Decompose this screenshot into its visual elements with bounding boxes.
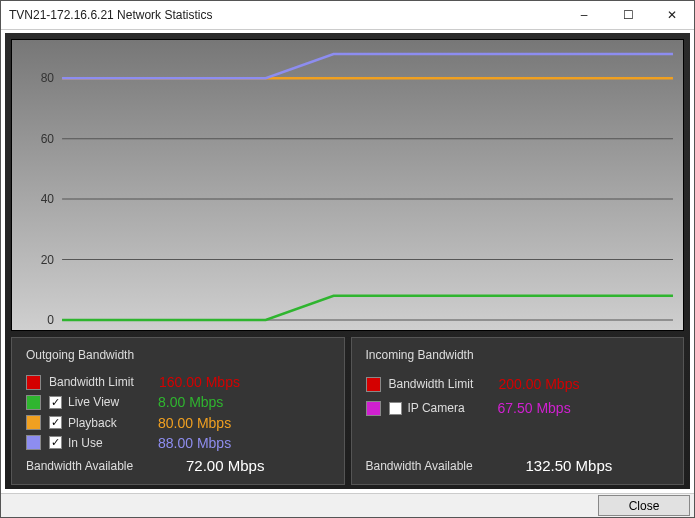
incoming-limit-value: 200.00 Mbps bbox=[499, 376, 580, 392]
incoming-limit-swatch bbox=[366, 377, 381, 392]
playback-swatch bbox=[26, 415, 41, 430]
incoming-ipcam-row: IP Camera 67.50 Mbps bbox=[366, 396, 670, 420]
outgoing-avail-label: Bandwidth Available bbox=[26, 459, 186, 473]
outgoing-limit-label: Bandwidth Limit bbox=[49, 375, 159, 389]
svg-text:40: 40 bbox=[41, 192, 55, 206]
maximize-icon: ☐ bbox=[623, 8, 634, 22]
outgoing-inuse-label: In Use bbox=[68, 436, 158, 450]
outgoing-live-label: Live View bbox=[68, 395, 158, 409]
incoming-avail-row: Bandwidth Available 132.50 Mbps bbox=[366, 453, 670, 474]
footer-bar: Close bbox=[1, 493, 694, 517]
outgoing-avail-value: 72.00 Mbps bbox=[186, 457, 264, 474]
svg-text:60: 60 bbox=[41, 132, 55, 146]
minimize-icon: – bbox=[581, 8, 588, 22]
maximize-button[interactable]: ☐ bbox=[606, 1, 650, 29]
outgoing-limit-value: 160.00 Mbps bbox=[159, 374, 240, 390]
inuse-checkbox[interactable]: ✓ bbox=[49, 436, 62, 449]
live-swatch bbox=[26, 395, 41, 410]
content-area: 020406080 Outgoing Bandwidth Bandwidth L… bbox=[5, 33, 690, 489]
svg-text:20: 20 bbox=[41, 253, 55, 267]
bandwidth-chart: 020406080 bbox=[11, 39, 684, 331]
incoming-ipcam-value: 67.50 Mbps bbox=[498, 400, 571, 416]
incoming-limit-row: Bandwidth Limit 200.00 Mbps bbox=[366, 372, 670, 396]
window-controls: – ☐ ✕ bbox=[562, 1, 694, 29]
incoming-heading: Incoming Bandwidth bbox=[366, 348, 670, 362]
incoming-avail-value: 132.50 Mbps bbox=[526, 457, 613, 474]
outgoing-inuse-value: 88.00 Mbps bbox=[158, 435, 231, 451]
incoming-limit-label: Bandwidth Limit bbox=[389, 377, 499, 391]
legend-panels: Outgoing Bandwidth Bandwidth Limit 160.0… bbox=[11, 337, 684, 485]
ipcam-swatch bbox=[366, 401, 381, 416]
window-close-button[interactable]: ✕ bbox=[650, 1, 694, 29]
outgoing-live-value: 8.00 Mbps bbox=[158, 394, 223, 410]
close-button[interactable]: Close bbox=[598, 495, 690, 516]
svg-text:80: 80 bbox=[41, 71, 55, 85]
outgoing-playback-label: Playback bbox=[68, 416, 158, 430]
ipcam-checkbox[interactable] bbox=[389, 402, 402, 415]
incoming-panel: Incoming Bandwidth Bandwidth Limit 200.0… bbox=[351, 337, 685, 485]
outgoing-heading: Outgoing Bandwidth bbox=[26, 348, 330, 362]
outgoing-playback-row: ✓ Playback 80.00 Mbps bbox=[26, 413, 330, 433]
incoming-avail-label: Bandwidth Available bbox=[366, 459, 526, 473]
network-stats-window: TVN21-172.16.6.21 Network Statistics – ☐… bbox=[0, 0, 695, 518]
outgoing-panel: Outgoing Bandwidth Bandwidth Limit 160.0… bbox=[11, 337, 345, 485]
close-button-label: Close bbox=[629, 499, 660, 513]
outgoing-playback-value: 80.00 Mbps bbox=[158, 415, 231, 431]
outgoing-limit-row: Bandwidth Limit 160.00 Mbps bbox=[26, 372, 330, 392]
chart-svg: 020406080 bbox=[12, 40, 683, 330]
live-checkbox[interactable]: ✓ bbox=[49, 396, 62, 409]
outgoing-live-row: ✓ Live View 8.00 Mbps bbox=[26, 392, 330, 412]
outgoing-inuse-row: ✓ In Use 88.00 Mbps bbox=[26, 433, 330, 453]
window-title: TVN21-172.16.6.21 Network Statistics bbox=[1, 8, 212, 22]
minimize-button[interactable]: – bbox=[562, 1, 606, 29]
inuse-swatch bbox=[26, 435, 41, 450]
playback-checkbox[interactable]: ✓ bbox=[49, 416, 62, 429]
outgoing-avail-row: Bandwidth Available 72.00 Mbps bbox=[26, 453, 330, 474]
incoming-ipcam-label: IP Camera bbox=[408, 401, 498, 415]
svg-text:0: 0 bbox=[47, 313, 54, 327]
title-bar: TVN21-172.16.6.21 Network Statistics – ☐… bbox=[1, 1, 694, 30]
close-icon: ✕ bbox=[667, 8, 677, 22]
limit-swatch bbox=[26, 375, 41, 390]
